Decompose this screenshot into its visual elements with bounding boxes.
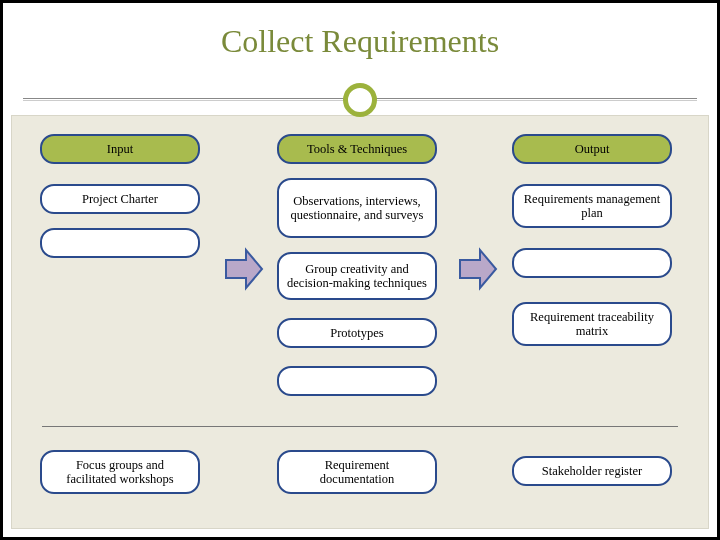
pill-req-mgmt-plan: Requirements management plan [512,184,672,228]
slide: Collect Requirements Input Project Chart… [3,3,717,537]
pill-blank-input [40,228,200,258]
pill-observations: Observations, interviews, questionnaire,… [277,178,437,238]
pill-label: Group creativity and decision-making tec… [287,262,427,291]
pill-prototypes: Prototypes [277,318,437,348]
header-label: Tools & Techniques [307,142,407,156]
header-label: Input [107,142,133,156]
slide-title: Collect Requirements [3,3,717,60]
circle-badge-icon [343,83,377,117]
pill-traceability-matrix: Requirement traceability matrix [512,302,672,346]
pill-blank-output [512,248,672,278]
footer-divider [42,426,678,427]
pill-req-documentation: Requirement documentation [277,450,437,494]
header-label: Output [575,142,610,156]
arrow-right-icon [224,246,264,292]
pill-stakeholder-register: Stakeholder register [512,456,672,486]
pill-focus-groups: Focus groups and facilitated workshops [40,450,200,494]
pill-label: Prototypes [330,326,383,340]
header-tools: Tools & Techniques [277,134,437,164]
pill-label: Project Charter [82,192,158,206]
pill-label: Requirement documentation [287,458,427,487]
arrow-right-icon [458,246,498,292]
header-output: Output [512,134,672,164]
pill-label: Focus groups and facilitated workshops [50,458,190,487]
pill-project-charter: Project Charter [40,184,200,214]
header-input: Input [40,134,200,164]
pill-blank-tools [277,366,437,396]
pill-label: Requirement traceability matrix [522,310,662,339]
pill-label: Observations, interviews, questionnaire,… [287,194,427,223]
pill-label: Stakeholder register [542,464,642,478]
pill-group-creativity: Group creativity and decision-making tec… [277,252,437,300]
pill-label: Requirements management plan [522,192,662,221]
body-panel: Input Project Charter Focus groups and f… [11,115,709,529]
